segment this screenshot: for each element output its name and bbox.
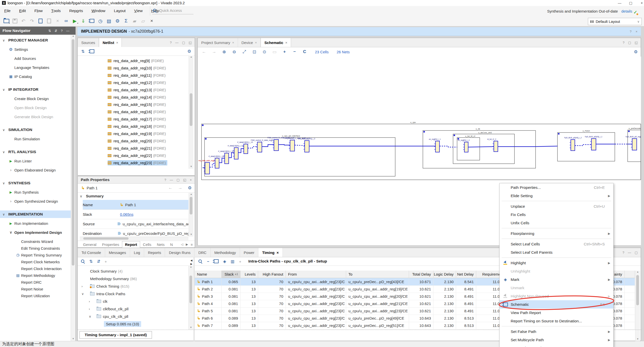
menu-window[interactable]: Window	[87, 6, 110, 16]
menu-item-report-timing-on-source-to-destination-[interactable]: Report Timing on Source to Destination..…	[500, 317, 613, 325]
expand-all-icon[interactable]: ⇵	[55, 29, 57, 33]
help-icon[interactable]: ?	[622, 251, 624, 254]
schematic-wire[interactable]	[219, 158, 225, 163]
column-header-Slack[interactable]: Slack∧1	[222, 271, 240, 278]
mark-icon[interactable]: ◈	[223, 259, 226, 264]
maximize-panel-icon[interactable]: ▢	[177, 178, 180, 182]
timing-tree-item[interactable]: Methodology Summary(86)	[78, 275, 188, 282]
maximize-panel-icon[interactable]: ▢	[635, 251, 638, 254]
schematic-cell[interactable]	[632, 139, 637, 150]
close-icon[interactable]: ×	[276, 250, 279, 255]
schematic-cell[interactable]	[234, 148, 238, 159]
flow-item-edit-timing-constraints[interactable]: Edit Timing Constraints	[0, 244, 71, 252]
netlist-item[interactable]: req_data_addr_reg[12](FDRE)	[78, 79, 188, 86]
flow-item-ip-catalog[interactable]: ▦IP Catalog	[0, 73, 71, 80]
schematic-cell[interactable]	[257, 142, 262, 152]
zoom-fit-icon[interactable]: ⤢	[241, 49, 248, 55]
menu-view[interactable]: View	[130, 6, 147, 16]
schematic-wire[interactable]	[248, 147, 257, 148]
close-button[interactable]: ×	[638, 1, 644, 6]
tab-messages[interactable]: Messages	[105, 248, 130, 257]
report-methodology-icon[interactable]: ▤	[105, 17, 113, 25]
timing-tree-scrollbar[interactable]: ▲▼	[188, 266, 193, 330]
close-icon[interactable]: ×	[255, 41, 257, 45]
help-icon[interactable]: ?	[165, 178, 166, 182]
menu-item-elide-setting[interactable]: Elide Setting▶	[500, 192, 613, 200]
tab-log[interactable]: Log	[130, 248, 144, 257]
flow-item-report-clock-networks[interactable]: Report Clock Networks	[0, 258, 71, 266]
schematic-wire[interactable]	[439, 146, 457, 147]
minimize-panel-icon[interactable]: —	[66, 29, 69, 33]
menu-item-path-properties-[interactable]: Path Properties...Ctrl+E	[500, 183, 613, 192]
menu-item-select-leaf-cells[interactable]: Select Leaf CellsCtrl+Shift+S	[500, 240, 613, 248]
sigma-icon[interactable]: Σ	[122, 17, 130, 25]
next-arrow-icon[interactable]: →	[178, 185, 182, 190]
schematic-icon[interactable]	[214, 259, 219, 263]
float-panel-icon[interactable]: ◱	[635, 41, 638, 45]
schematic-cell[interactable]	[205, 162, 210, 174]
schematic-wire[interactable]	[210, 164, 215, 167]
flow-item-create-block-design[interactable]: Create Block Design	[0, 95, 71, 102]
schematic-cell[interactable]	[464, 142, 468, 152]
float-panel-icon[interactable]: ◱	[183, 178, 186, 182]
schematic-cell[interactable]	[571, 140, 575, 151]
chevron-down-icon[interactable]: ∨	[89, 315, 91, 318]
schematic-wire[interactable]	[295, 145, 305, 146]
tab-list-icon[interactable]: ≡	[191, 243, 193, 247]
delete-icon[interactable]: ×	[53, 17, 62, 25]
schematic-group[interactable]	[453, 134, 514, 164]
column-header-Total Delay[interactable]: Total Delay	[409, 271, 433, 278]
flow-item-open-elaborated-design[interactable]: ›Open Elaborated Design	[0, 166, 71, 174]
netlist-item[interactable]: req_data_addr_reg[20](FDRE)	[78, 137, 188, 145]
netlist-item[interactable]: req_data_addr_reg[21](FDRE)	[78, 145, 188, 152]
goto-schematic-icon[interactable]	[88, 17, 96, 25]
columns-icon[interactable]: ▥	[231, 259, 234, 264]
help-icon[interactable]: ?	[170, 41, 172, 45]
column-header-Net Delay[interactable]: Net Delay	[456, 271, 476, 278]
minimize-button[interactable]: —	[616, 1, 623, 6]
pp-tab-report[interactable]: Report	[122, 241, 140, 248]
tab-project-summary[interactable]: Project Summary×	[198, 38, 238, 47]
close-icon[interactable]: ×	[285, 41, 287, 45]
zoom-out-icon[interactable]: ⊖	[231, 49, 237, 55]
copy-icon[interactable]	[36, 17, 45, 25]
flow-section-synthesis[interactable]: ∨SYNTHESIS	[0, 179, 71, 187]
menu-item-mark[interactable]: ◈Mark▶	[500, 275, 613, 284]
netlist-item[interactable]: req_data_addr_reg[15](FDRE)	[78, 101, 188, 108]
schematic-wire[interactable]	[238, 149, 244, 153]
flow-section-simulation[interactable]: ∨SIMULATION	[0, 126, 71, 134]
flow-item-open-synthesized-design[interactable]: ›Open Synthesized Design	[0, 197, 71, 205]
netlist-item[interactable]: req_data_addr_reg[18](FDRE)	[78, 123, 188, 130]
flow-item-run-synthesis[interactable]: ▶Run Synthesis	[0, 188, 71, 196]
menu-item-select-leaf-cell-parents[interactable]: Select Leaf Cell Parents	[500, 248, 613, 256]
quick-access[interactable]: Quick Access	[150, 6, 195, 16]
flow-item-constraints-wizard[interactable]: Constraints Wizard	[0, 238, 71, 245]
pp-tab-cells[interactable]: Cells	[140, 241, 154, 248]
maximize-button[interactable]: ▢	[627, 1, 634, 6]
collapse-all-icon[interactable]: ⇅	[48, 29, 51, 33]
tab-schematic[interactable]: Schematic×	[261, 38, 291, 47]
schematic-cell[interactable]	[591, 139, 596, 150]
column-header-Levels[interactable]: Levels	[240, 271, 258, 278]
settings-gear-icon[interactable]: ⚙	[188, 185, 192, 191]
column-header-From[interactable]: From	[286, 271, 346, 278]
details-link[interactable]: details	[621, 9, 632, 13]
column-header-blank[interactable]	[625, 271, 635, 278]
tab-netlist[interactable]: Netlist×	[99, 38, 122, 47]
menu-file[interactable]: File	[0, 6, 15, 16]
menu-item-floorplanning[interactable]: Floorplanning▶	[500, 229, 613, 238]
schematic-group[interactable]	[205, 138, 395, 176]
tab-power[interactable]: Power	[240, 248, 259, 257]
tab-tcl-console[interactable]: Tcl Console	[78, 248, 105, 257]
cancel-icon[interactable]: ×	[147, 17, 156, 25]
search-icon[interactable]	[81, 259, 85, 264]
schematic-cell[interactable]	[435, 141, 439, 152]
tab-design-runs[interactable]: Design Runs	[165, 248, 194, 257]
splitter-left-icon[interactable]: ◀	[190, 259, 192, 262]
column-header-Name[interactable]: Name	[195, 271, 222, 278]
netlist-item[interactable]: req_data_addr_reg[22](FDRE)	[78, 152, 188, 159]
pp-tab-nets[interactable]: Nets	[154, 241, 167, 248]
menu-flow[interactable]: Flow	[30, 6, 47, 16]
menu-item-fix-cells[interactable]: Fix Cells	[500, 210, 613, 219]
menu-tools[interactable]: Tools	[47, 6, 65, 16]
